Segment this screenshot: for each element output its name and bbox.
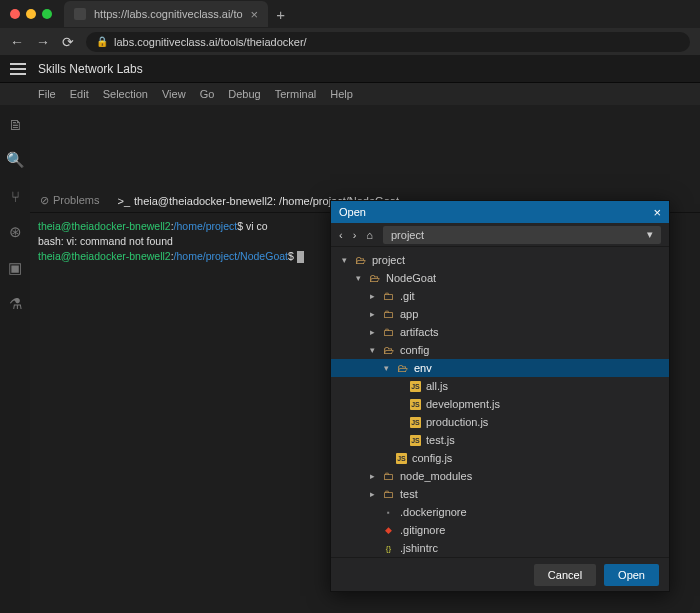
twistie-icon[interactable]: ▾ (381, 363, 391, 373)
debug-icon[interactable]: ⊛ (6, 223, 24, 241)
twistie-icon[interactable]: ▸ (367, 489, 377, 499)
menu-debug[interactable]: Debug (228, 88, 260, 100)
folder-icon (382, 290, 395, 303)
tree-label: test (400, 488, 418, 500)
tree-label: config.js (412, 452, 452, 464)
js-icon (410, 399, 421, 410)
reload-button[interactable]: ⟳ (62, 34, 74, 50)
tree-row[interactable]: production.js (331, 413, 669, 431)
dialog-titlebar: Open × (331, 201, 669, 223)
twistie-icon[interactable]: ▾ (353, 273, 363, 283)
tree-row[interactable]: ▸node_modules (331, 467, 669, 485)
tree-row[interactable]: ▸.git (331, 287, 669, 305)
tree-label: all.js (426, 380, 448, 392)
window-controls[interactable] (10, 9, 52, 19)
search-icon[interactable]: 🔍 (6, 151, 24, 169)
browser-tab[interactable]: https://labs.cognitiveclass.ai/to × (64, 1, 268, 27)
tree-label: development.js (426, 398, 500, 410)
minimize-window-icon[interactable] (26, 9, 36, 19)
menu-file[interactable]: File (38, 88, 56, 100)
js-icon (410, 381, 421, 392)
dialog-title: Open (339, 206, 366, 218)
menu-help[interactable]: Help (330, 88, 353, 100)
back-button[interactable]: ← (10, 34, 24, 50)
open-button[interactable]: Open (604, 564, 659, 586)
problems-icon: ⊘ (40, 194, 49, 206)
dialog-buttons: Cancel Open (331, 557, 669, 591)
tree-label: .jshintrc (400, 542, 438, 554)
chevron-down-icon: ▾ (647, 228, 653, 241)
tree-row[interactable]: config.js (331, 449, 669, 467)
nav-back-icon[interactable]: ‹ (339, 229, 343, 241)
tree-row[interactable]: .gitignore (331, 521, 669, 539)
cancel-button[interactable]: Cancel (534, 564, 596, 586)
file-tree[interactable]: ▾project▾NodeGoat▸.git▸app▸artifacts▾con… (331, 247, 669, 557)
tree-label: project (372, 254, 405, 266)
extensions-icon[interactable]: ▣ (6, 259, 24, 277)
tree-row[interactable]: ▸test (331, 485, 669, 503)
twistie-icon[interactable]: ▸ (367, 291, 377, 301)
tree-label: production.js (426, 416, 488, 428)
new-tab-button[interactable]: + (276, 6, 285, 23)
menu-view[interactable]: View (162, 88, 186, 100)
explorer-icon[interactable]: 🗎 (6, 115, 24, 133)
forward-button[interactable]: → (36, 34, 50, 50)
twistie-icon[interactable]: ▾ (339, 255, 349, 265)
menu-terminal[interactable]: Terminal (275, 88, 317, 100)
dialog-path-bar: ‹ › ⌂ project ▾ (331, 223, 669, 247)
close-tab-icon[interactable]: × (251, 7, 259, 22)
tree-row[interactable]: test.js (331, 431, 669, 449)
tab-title: https://labs.cognitiveclass.ai/to (94, 8, 243, 20)
js-icon (410, 435, 421, 446)
close-dialog-icon[interactable]: × (653, 205, 661, 220)
folder-open-icon (396, 362, 409, 375)
twistie-icon[interactable]: ▾ (367, 345, 377, 355)
tree-row[interactable]: .dockerignore (331, 503, 669, 521)
close-window-icon[interactable] (10, 9, 20, 19)
tree-row[interactable]: development.js (331, 395, 669, 413)
tree-row[interactable]: ▸app (331, 305, 669, 323)
favicon-icon (74, 8, 86, 20)
git-icon (382, 524, 395, 537)
menu-edit[interactable]: Edit (70, 88, 89, 100)
menu-selection[interactable]: Selection (103, 88, 148, 100)
tree-row[interactable]: .jshintrc (331, 539, 669, 557)
tree-label: .git (400, 290, 415, 302)
menu-bar: FileEditSelectionViewGoDebugTerminalHelp (0, 83, 700, 105)
tree-row[interactable]: ▾project (331, 251, 669, 269)
folder-icon (382, 326, 395, 339)
folder-icon (382, 470, 395, 483)
browser-tab-bar: https://labs.cognitiveclass.ai/to × + (0, 0, 700, 28)
tree-row[interactable]: all.js (331, 377, 669, 395)
tree-label: NodeGoat (386, 272, 436, 284)
url-input[interactable]: 🔒 labs.cognitiveclass.ai/tools/theiadock… (86, 32, 690, 52)
twistie-icon[interactable]: ▸ (367, 309, 377, 319)
js-icon (396, 453, 407, 464)
lock-icon: 🔒 (96, 36, 108, 47)
terminal-icon: >_ (117, 195, 130, 207)
tree-label: test.js (426, 434, 455, 446)
source-control-icon[interactable]: ⑂ (6, 187, 24, 205)
menu-go[interactable]: Go (200, 88, 215, 100)
twistie-icon[interactable]: ▸ (367, 471, 377, 481)
nav-forward-icon[interactable]: › (353, 229, 357, 241)
tree-label: config (400, 344, 429, 356)
tree-label: .gitignore (400, 524, 445, 536)
hamburger-menu-icon[interactable] (10, 63, 26, 75)
tree-label: env (414, 362, 432, 374)
maximize-window-icon[interactable] (42, 9, 52, 19)
tree-label: app (400, 308, 418, 320)
problems-tab[interactable]: ⊘Problems (40, 194, 99, 207)
beaker-icon[interactable]: ⚗ (6, 295, 24, 313)
twistie-icon[interactable]: ▸ (367, 327, 377, 337)
tree-row[interactable]: ▾config (331, 341, 669, 359)
app-header: Skills Network Labs (0, 55, 700, 83)
home-icon[interactable]: ⌂ (366, 229, 373, 241)
tree-row[interactable]: ▾env (331, 359, 669, 377)
terminal-cursor (297, 251, 304, 263)
tree-row[interactable]: ▾NodeGoat (331, 269, 669, 287)
tree-row[interactable]: ▸artifacts (331, 323, 669, 341)
path-crumb[interactable]: project ▾ (383, 226, 661, 244)
tree-label: artifacts (400, 326, 439, 338)
folder-open-icon (368, 272, 381, 285)
